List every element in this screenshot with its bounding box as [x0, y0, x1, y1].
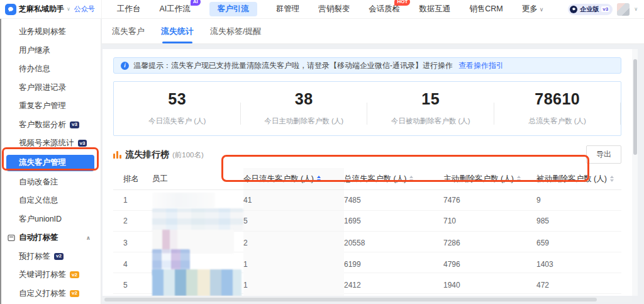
sidebar-item[interactable]: 关键词打标签 v2: [0, 266, 101, 284]
plan-label: 企业版: [580, 5, 599, 14]
sort-desc-icon[interactable]: [610, 179, 614, 182]
top-navbar: 芝麻私域助手 ∨ 公众号 工作台 AI工作流 AI 客户引流 群: [0, 0, 644, 19]
sidebar-item-label: 关键词打标签: [19, 269, 66, 280]
sort-desc-icon[interactable]: [409, 179, 413, 182]
nav-menu-item[interactable]: 销售CRM: [469, 4, 502, 14]
sort-asc-icon[interactable]: [317, 176, 321, 178]
tab[interactable]: 流失统计: [161, 19, 194, 43]
cell-total-lost: 7485: [344, 190, 443, 210]
sidebar-item[interactable]: 自动改备注: [0, 173, 101, 192]
sidebar-item[interactable]: 自定义信息: [0, 191, 101, 210]
nav-item-badge: AI: [191, 0, 201, 6]
nav-menu-item[interactable]: AI工作流 AI: [160, 4, 191, 14]
nav-menu-item[interactable]: 数据互通: [419, 4, 450, 14]
brand-area: 芝麻私域助手 ∨ 公众号: [0, 4, 101, 15]
tab[interactable]: 流失客户: [112, 19, 145, 43]
bar-chart-icon: [113, 150, 121, 159]
cell-active-deleted: 7476: [443, 190, 536, 210]
sort-icons[interactable]: [409, 176, 413, 182]
table-row[interactable]: 2 5 1695 710 985: [113, 211, 621, 232]
version-badge: v3: [78, 140, 87, 147]
sidebar-item[interactable]: 流失客户管理: [6, 155, 94, 171]
navbar-right: 企业版 v3 ∨: [568, 3, 644, 16]
sidebar-item-label: 自定义打标签: [19, 288, 66, 299]
chevron-up-icon[interactable]: ∧: [86, 235, 91, 241]
table-column-header[interactable]: 今日流失客户数 (人): [243, 168, 344, 189]
cell-rank: 2: [113, 211, 152, 231]
table-column-header[interactable]: 总流失客户数 (人): [344, 168, 443, 189]
user-avatar[interactable]: [617, 3, 630, 16]
tab[interactable]: 流失标签/提醒: [210, 19, 262, 43]
sort-desc-icon[interactable]: [517, 179, 521, 182]
sidebar-item[interactable]: 客户unionID: [0, 210, 101, 229]
stat-value: 38: [241, 90, 368, 108]
table-column-header[interactable]: 排名: [113, 168, 152, 189]
account-type-link[interactable]: 公众号: [74, 4, 95, 14]
chevron-down-icon[interactable]: ∨: [634, 6, 638, 12]
sidebar-item-label: 客户跟进记录: [19, 82, 66, 93]
sidebar-item[interactable]: 业务规则标签: [0, 23, 101, 42]
sort-asc-icon[interactable]: [517, 176, 521, 178]
sidebar-item[interactable]: 视频号来源统计 v3: [0, 134, 101, 153]
table-column-header[interactable]: 主动删除客户数 (人): [443, 168, 536, 189]
sidebar-item-label: 重复客户管理: [19, 101, 66, 111]
version-badge: v2: [70, 290, 79, 297]
view-guide-link[interactable]: 查看操作指引: [458, 60, 504, 71]
column-label: 员工: [152, 174, 168, 184]
nav-menu-item-label: 销售CRM: [469, 4, 502, 14]
nav-menu-item[interactable]: 会话质检 HOT: [369, 4, 400, 14]
stat-value: 78610: [494, 90, 621, 108]
tab-label: 流失统计: [161, 26, 194, 36]
window-edge-scrollbar[interactable]: [0, 19, 1, 304]
sort-asc-icon[interactable]: [409, 176, 413, 178]
sidebar-item-label: 自动改备注: [19, 177, 58, 188]
export-button[interactable]: 导出: [586, 145, 621, 164]
notice-text: 温馨提示：流失客户现已支持批量清除流失客户啦，请登录【移动端企业微信-通讯录】进…: [133, 60, 453, 71]
sidebar-item[interactable]: 客户跟进记录: [0, 79, 101, 98]
nav-menu-item[interactable]: 营销裂变: [318, 4, 350, 14]
plan-badge[interactable]: 企业版 v3: [568, 4, 613, 15]
sidebar-item-label: 客户数据分析: [19, 120, 66, 130]
sidebar-item[interactable]: 用户继承: [0, 42, 101, 60]
sidebar-item[interactable]: 重复客户管理: [0, 97, 101, 116]
sort-asc-icon[interactable]: [610, 176, 614, 178]
tab-label: 流失客户: [112, 26, 145, 36]
cell-active-deleted: 1940: [443, 273, 536, 296]
nav-menu-item[interactable]: 工作台: [117, 4, 141, 14]
cell-today-lost: 1: [243, 294, 344, 296]
sidebar-item-label: 预打标签: [19, 251, 50, 262]
nav-menu-item[interactable]: 群管理: [276, 4, 300, 14]
ranking-title: 流失排行榜: [125, 149, 169, 160]
vertical-scrollbar-thumb[interactable]: [633, 59, 637, 155]
sort-icons[interactable]: [517, 176, 521, 182]
sidebar-item[interactable]: 预打标签 v2: [0, 247, 101, 266]
sort-icons[interactable]: [610, 176, 614, 182]
stat-value: 53: [114, 90, 241, 108]
vertical-scrollbar[interactable]: [632, 49, 638, 296]
cell-active-deleted: 710: [443, 211, 536, 231]
chevron-down-icon[interactable]: ∨: [67, 6, 70, 12]
table-column-header[interactable]: 被动删除客户数 (人): [536, 168, 621, 189]
sort-desc-icon[interactable]: [317, 179, 321, 182]
table-row[interactable]: 5 1 2412 1940 472: [113, 273, 621, 294]
column-label: 主动删除客户数 (人): [443, 174, 514, 184]
horizontal-scrollbar[interactable]: [103, 296, 632, 302]
nav-menu-item-label: 营销裂变: [318, 4, 350, 14]
sidebar-item[interactable]: 待办信息: [0, 60, 101, 79]
stat-label: 今日被动删除客户数 (人): [367, 116, 494, 126]
cell-today-lost: 1: [243, 252, 344, 276]
horizontal-scrollbar-thumb[interactable]: [104, 298, 597, 301]
app-title: 芝麻私域助手: [19, 4, 64, 14]
sidebar-item[interactable]: 客户数据分析 v3: [0, 116, 101, 135]
cell-total-lost: 2134: [344, 294, 443, 296]
nav-menu-item[interactable]: 客户引流: [209, 2, 257, 16]
sort-icons[interactable]: [317, 176, 321, 182]
cell-active-deleted: 7286: [443, 232, 536, 254]
sidebar-item[interactable]: 自动打标签 ∧: [0, 228, 101, 247]
nav-menu-item[interactable]: 更多 ∨: [522, 4, 544, 14]
app-logo-icon[interactable]: [5, 4, 16, 15]
sidebar-item[interactable]: 自定义打标签 v2: [0, 284, 101, 303]
stat-value: 15: [367, 90, 494, 108]
table-column-header[interactable]: 员工: [152, 168, 243, 189]
nav-menu-item-label: AI工作流: [160, 4, 191, 14]
